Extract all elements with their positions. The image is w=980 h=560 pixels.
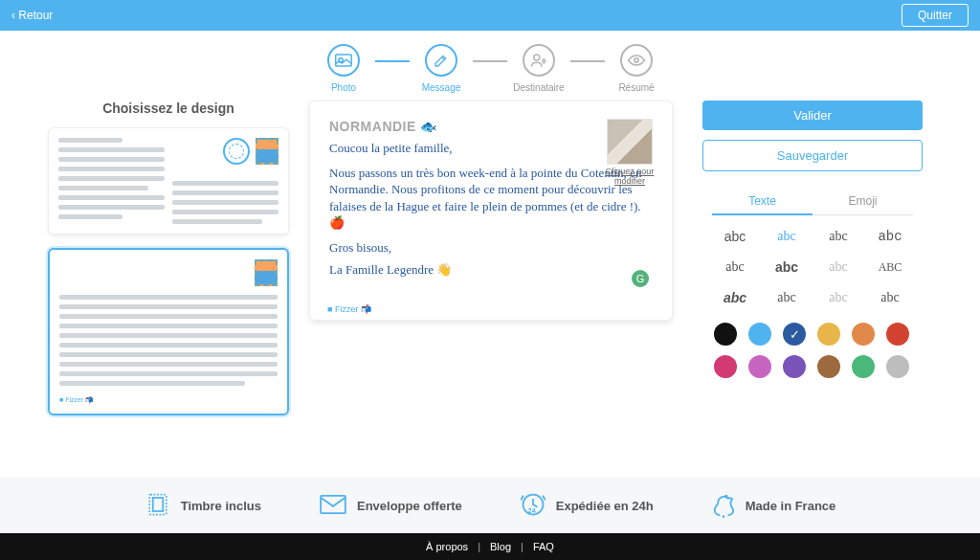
step-message[interactable]: Message bbox=[410, 44, 473, 93]
step-connector bbox=[473, 60, 507, 62]
color-option-11[interactable] bbox=[886, 355, 909, 378]
footer-link-blog[interactable]: Blog bbox=[490, 541, 511, 552]
card-brand-mark: ■ Fizzer 📬 bbox=[59, 396, 278, 404]
feature-label: Made in France bbox=[746, 499, 836, 513]
message-icon bbox=[425, 44, 457, 77]
footer-link-à-propos[interactable]: À propos bbox=[426, 541, 468, 552]
color-option-10[interactable] bbox=[852, 355, 875, 378]
step-resume[interactable]: Résumé bbox=[605, 44, 668, 93]
font-option-9[interactable]: abc bbox=[766, 286, 808, 309]
color-option-8[interactable] bbox=[783, 355, 806, 378]
svg-point-2 bbox=[534, 55, 540, 60]
svg-point-4 bbox=[635, 58, 638, 62]
font-option-11[interactable]: abc bbox=[869, 286, 911, 309]
step-photo[interactable]: Photo bbox=[312, 44, 375, 93]
stamp-icon bbox=[256, 138, 278, 165]
grammar-check-icon[interactable]: G bbox=[632, 270, 649, 287]
postcard-brand-footer: ■ Fizzer 📬 bbox=[327, 304, 371, 314]
postcard-title[interactable]: NORMANDIE bbox=[329, 119, 416, 134]
dest-icon bbox=[523, 44, 555, 77]
svg-point-3 bbox=[543, 59, 546, 62]
font-option-5[interactable]: abc bbox=[766, 256, 808, 279]
stepper: PhotoMessageDestinataireRésumé bbox=[0, 44, 980, 93]
font-picker: abcabcabcabcabcabcabcABCabcabcabcabc bbox=[714, 225, 911, 309]
step-dest[interactable]: Destinataire bbox=[507, 44, 570, 93]
step-connector bbox=[375, 60, 410, 62]
color-option-0[interactable] bbox=[714, 323, 737, 346]
color-option-3[interactable] bbox=[817, 323, 840, 346]
feature-label: Enveloppe offerte bbox=[357, 499, 462, 513]
design-option-full[interactable]: ■ Fizzer 📬 bbox=[48, 248, 289, 415]
step-label: Message bbox=[422, 82, 461, 93]
font-option-7[interactable]: ABC bbox=[869, 256, 911, 279]
feature-icon bbox=[145, 491, 171, 521]
postcard-line[interactable]: La Famille Legendre 👋 bbox=[329, 261, 653, 279]
feature-label: Expédiée en 24h bbox=[556, 499, 654, 513]
save-button[interactable]: Sauvegarder bbox=[702, 140, 923, 171]
color-option-2[interactable] bbox=[783, 323, 806, 346]
design-option-split[interactable] bbox=[48, 127, 289, 235]
font-option-8[interactable]: abc bbox=[714, 286, 756, 309]
step-connector bbox=[570, 60, 605, 62]
edit-photo-link[interactable]: Cliquez pour modifier bbox=[605, 168, 655, 187]
svg-rect-7 bbox=[321, 495, 345, 512]
feature-item: Enveloppe offerte bbox=[319, 494, 462, 518]
color-picker bbox=[714, 323, 911, 378]
feature-label: Timbre inclus bbox=[181, 499, 261, 513]
photo-icon bbox=[327, 44, 360, 77]
svg-point-10 bbox=[725, 495, 727, 497]
color-option-4[interactable] bbox=[852, 323, 875, 346]
color-option-1[interactable] bbox=[748, 323, 771, 346]
font-option-0[interactable]: abc bbox=[714, 225, 756, 248]
feature-icon: 24 bbox=[520, 491, 546, 521]
color-option-7[interactable] bbox=[748, 355, 771, 378]
feature-icon bbox=[711, 490, 736, 522]
back-link[interactable]: ‹ Retour bbox=[11, 9, 53, 22]
footer-sep: | bbox=[521, 541, 523, 552]
tab-emoji[interactable]: Emoji bbox=[813, 189, 913, 214]
postcard-line[interactable]: Gros bisous, bbox=[329, 239, 653, 257]
font-option-2[interactable]: abc bbox=[817, 225, 859, 248]
font-option-3[interactable]: abc bbox=[869, 225, 911, 248]
feature-item: Timbre inclus bbox=[145, 491, 261, 521]
resume-icon bbox=[620, 44, 653, 77]
stamp-icon bbox=[255, 259, 278, 286]
feature-item: Made in France bbox=[711, 490, 836, 522]
color-option-9[interactable] bbox=[817, 355, 840, 378]
step-label: Photo bbox=[331, 82, 356, 93]
font-option-4[interactable]: abc bbox=[714, 256, 756, 279]
step-label: Résumé bbox=[618, 82, 654, 93]
fish-icon: 🐟 bbox=[420, 119, 437, 134]
design-heading: Choisissez le design bbox=[48, 101, 289, 116]
tab-text[interactable]: Texte bbox=[712, 189, 813, 215]
postcard-editor[interactable]: NORMANDIE 🐟 Coucou la petite famille,Nou… bbox=[309, 101, 673, 321]
postcard-photo-thumb[interactable] bbox=[607, 119, 653, 165]
validate-button[interactable]: Valider bbox=[702, 101, 923, 130]
feature-item: 24Expédiée en 24h bbox=[520, 491, 654, 521]
font-option-10[interactable]: abc bbox=[817, 286, 859, 309]
font-option-1[interactable]: abc bbox=[766, 225, 808, 248]
color-option-5[interactable] bbox=[886, 323, 909, 346]
quit-button[interactable]: Quitter bbox=[902, 4, 969, 27]
svg-rect-6 bbox=[152, 498, 163, 511]
svg-text:24: 24 bbox=[528, 506, 536, 513]
color-option-6[interactable] bbox=[714, 355, 737, 378]
postmark-seal-icon bbox=[223, 138, 250, 165]
footer-link-faq[interactable]: FAQ bbox=[533, 541, 554, 552]
font-option-6[interactable]: abc bbox=[817, 256, 859, 279]
footer-sep: | bbox=[478, 541, 480, 552]
step-label: Destinataire bbox=[513, 82, 564, 93]
feature-icon bbox=[319, 494, 347, 518]
